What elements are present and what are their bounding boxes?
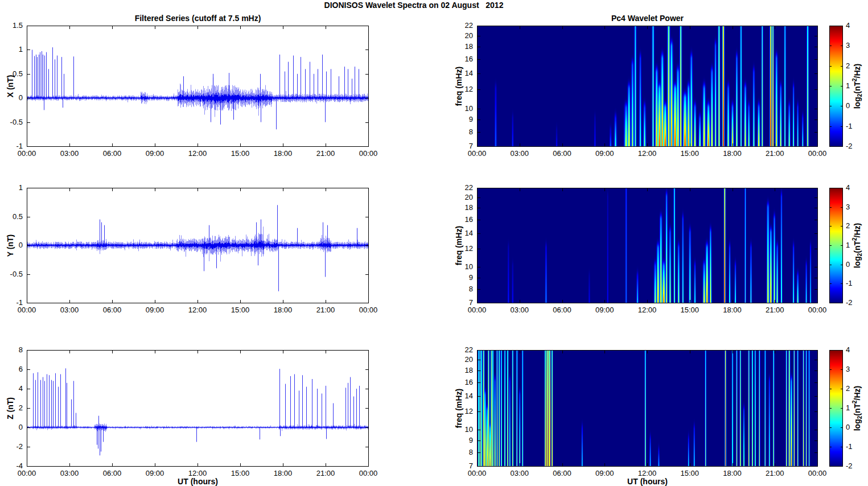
colorbar-tick-label: 0	[846, 423, 850, 431]
colorbar-tick-label: 3	[846, 365, 850, 373]
colorbar-tick-label: 4	[846, 345, 850, 354]
y-tick-label: -4	[16, 462, 23, 470]
y-tick-label: 8	[19, 345, 23, 354]
freq-tick-label: 22	[465, 345, 473, 354]
freq-tick-label: 10	[465, 104, 473, 113]
y-series-panel	[27, 188, 369, 303]
z-wavelet-panel	[477, 350, 818, 467]
y-tick-label: -1	[16, 142, 23, 150]
time-tick-label: 03:00	[510, 306, 529, 314]
freq-tick-label: 22	[465, 183, 473, 192]
y-tick-label: 1	[19, 183, 23, 192]
time-tick-label: 21:00	[766, 306, 784, 314]
colorbar-tick-label: -1	[846, 442, 853, 451]
y-tick-label: 4	[19, 384, 23, 393]
colorbar-tick-label: -2	[846, 298, 853, 307]
y-tick-label: 0	[19, 93, 23, 102]
colorbar-tick-label: 0	[846, 260, 850, 269]
y-tick-label: 0	[19, 423, 23, 431]
y-tick-label: 0.5	[13, 69, 23, 78]
freq-tick-label: 8	[469, 285, 473, 293]
colorbar-tick-label: -1	[846, 122, 853, 130]
time-tick-label: 21:00	[316, 149, 335, 158]
time-tick-label: 00:00	[18, 149, 36, 158]
colorbar-1	[829, 26, 843, 147]
freq-tick-label: 14	[465, 392, 473, 400]
colorbar-tick-label: 4	[846, 183, 850, 192]
time-tick-label: 00:00	[359, 149, 378, 158]
time-tick-label: 15:00	[680, 306, 699, 314]
time-tick-label: 06:00	[553, 149, 571, 158]
time-tick-label: 09:00	[146, 306, 164, 314]
freq-axis-label-3: freq (mHz)	[454, 350, 463, 467]
y-filtered-series-plot	[27, 188, 369, 303]
freq-tick-label: 18	[465, 203, 473, 212]
colorbar-gradient	[829, 350, 843, 467]
time-tick-label: 12:00	[638, 149, 657, 158]
time-tick-label: 00:00	[808, 306, 827, 314]
freq-tick-label: 9	[469, 436, 473, 444]
freq-tick-label: 7	[469, 298, 473, 307]
time-tick-label: 15:00	[231, 306, 250, 314]
freq-tick-label: 9	[469, 273, 473, 282]
freq-tick-label: 20	[465, 355, 473, 364]
time-tick-label: 03:00	[510, 149, 529, 158]
time-tick-label: 18:00	[723, 469, 742, 477]
freq-tick-label: 9	[469, 115, 473, 123]
time-tick-label: 00:00	[359, 469, 378, 477]
time-tick-label: 12:00	[188, 149, 207, 158]
y-wavelet-panel	[477, 188, 818, 303]
y-tick-label: -0.5	[10, 118, 23, 126]
y-tick-label: 1	[19, 45, 23, 53]
time-tick-label: 12:00	[638, 306, 657, 314]
colorbar-gradient	[829, 26, 843, 147]
time-tick-label: 21:00	[766, 469, 784, 477]
x-wavelet-panel	[477, 26, 818, 147]
freq-tick-label: 20	[465, 31, 473, 40]
y-series-ylabel: Y (nT)	[6, 188, 15, 303]
time-tick-label: 06:00	[103, 306, 122, 314]
colorbar-tick-label: 3	[846, 41, 850, 50]
freq-tick-label: 8	[469, 127, 473, 136]
y-tick-label: -2	[16, 442, 23, 451]
freq-tick-label: 14	[465, 69, 473, 77]
time-tick-label: 03:00	[510, 469, 529, 477]
time-tick-label: 18:00	[723, 306, 742, 314]
time-tick-label: 12:00	[638, 469, 657, 477]
time-tick-label: 06:00	[103, 149, 122, 158]
x-filtered-series-plot	[27, 26, 369, 147]
x-series-panel	[27, 26, 369, 147]
time-tick-label: 21:00	[316, 469, 335, 477]
time-tick-label: 21:00	[766, 149, 784, 158]
time-tick-label: 09:00	[146, 149, 164, 158]
colorbar-2	[829, 188, 843, 303]
z-series-panel	[27, 350, 369, 467]
y-tick-label: 0	[19, 241, 23, 249]
colorbar-tick-label: 0	[846, 101, 850, 110]
z-wavelet-spectrogram	[477, 350, 818, 467]
colorbar-tick-label: 1	[846, 403, 850, 412]
freq-tick-label: 12	[465, 85, 473, 93]
freq-tick-label: 16	[465, 55, 473, 63]
freq-tick-label: 8	[469, 448, 473, 456]
colorbar-tick-label: 3	[846, 203, 850, 211]
freq-tick-label: 20	[465, 193, 473, 201]
freq-tick-label: 10	[465, 262, 473, 271]
time-tick-label: 06:00	[103, 469, 122, 477]
freq-tick-label: 10	[465, 425, 473, 434]
colorbar-tick-label: 2	[846, 384, 850, 393]
z-filtered-series-plot	[27, 350, 369, 467]
time-tick-label: 06:00	[553, 306, 571, 314]
colorbar-tick-label: -1	[846, 279, 853, 287]
x-wavelet-spectrogram	[477, 26, 818, 147]
time-tick-label: 00:00	[808, 469, 827, 477]
time-tick-label: 09:00	[146, 469, 164, 477]
freq-tick-label: 12	[465, 407, 473, 415]
freq-tick-label: 12	[465, 244, 473, 253]
y-wavelet-spectrogram	[477, 188, 818, 303]
time-tick-label: 03:00	[60, 306, 79, 314]
freq-tick-label: 7	[469, 462, 473, 470]
time-tick-label: 18:00	[274, 306, 293, 314]
freq-axis-label-1: freq (mHz)	[454, 26, 463, 147]
y-tick-label: 2	[19, 403, 23, 412]
